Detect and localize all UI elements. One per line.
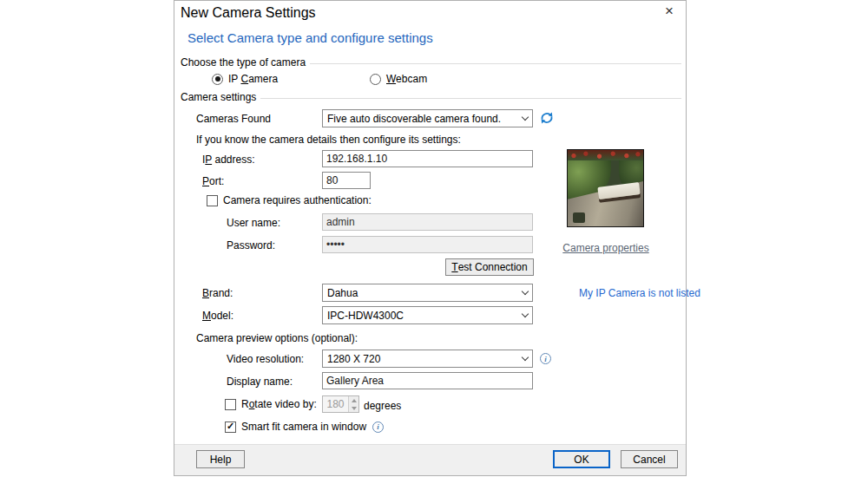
camera-type-group-label: Choose the type of camera [181, 56, 310, 69]
footer-bar: Help OK Cancel [174, 444, 686, 475]
auth-checkbox[interactable]: Camera requires authentication: [207, 194, 372, 206]
help-button[interactable]: Help [196, 450, 245, 468]
close-icon[interactable]: × [660, 3, 679, 20]
model-label: Model: [202, 310, 233, 322]
chevron-down-icon [517, 307, 532, 323]
radio-ip-camera[interactable]: IP Camera [212, 73, 278, 85]
smart-fit-checkbox-label: Smart fit camera in window [241, 421, 366, 433]
new-camera-settings-dialog: New Camera Settings × Select Camera type… [174, 0, 687, 476]
radio-webcam[interactable]: Webcam [370, 73, 427, 85]
ip-address-field[interactable] [322, 150, 533, 167]
camera-settings-group-header: Camera settings [181, 91, 681, 103]
preview-pot [573, 212, 585, 223]
port-field[interactable] [322, 172, 371, 189]
rotate-checkbox-label: Rotate video by: [241, 398, 317, 410]
configure-hint-text: If you know the camera details then conf… [196, 134, 461, 146]
auth-checkbox-label: Camera requires authentication: [223, 194, 372, 206]
rotate-checkbox[interactable]: Rotate video by: [225, 398, 317, 410]
ip-camera-not-listed-link[interactable]: My IP Camera is not listed [579, 287, 700, 299]
model-value: IPC-HDW4300C [323, 307, 517, 323]
ok-button[interactable]: OK [553, 450, 610, 468]
model-dropdown[interactable]: IPC-HDW4300C [322, 306, 533, 324]
video-resolution-dropdown[interactable]: 1280 X 720 [322, 350, 533, 368]
group-divider [310, 63, 681, 64]
cancel-button[interactable]: Cancel [621, 450, 678, 468]
smart-fit-info-icon[interactable] [372, 421, 384, 433]
radio-selected-icon [212, 74, 223, 85]
radio-webcam-label: Webcam [386, 73, 427, 85]
stepper-up-icon[interactable] [349, 396, 358, 404]
password-label: Password: [227, 239, 275, 252]
ip-address-label: IP address: [202, 154, 255, 166]
checkbox-unchecked-icon [207, 195, 218, 206]
camera-preview-image [567, 149, 644, 227]
port-label: Port: [202, 175, 224, 187]
preview-options-label: Camera preview options (optional): [196, 332, 358, 344]
rotate-degrees-stepper[interactable] [322, 395, 359, 413]
display-name-label: Display name: [227, 376, 293, 388]
password-field[interactable] [322, 236, 533, 253]
degrees-label: degrees [364, 400, 401, 412]
checkbox-unchecked-icon [225, 399, 236, 410]
cameras-found-label: Cameras Found [196, 113, 271, 125]
username-label: User name: [227, 217, 280, 229]
chevron-down-icon [517, 284, 532, 301]
refresh-icon [540, 111, 554, 125]
rotate-degrees-value[interactable] [323, 396, 348, 412]
radio-ip-camera-label: IP Camera [228, 73, 278, 85]
video-resolution-label: Video resolution: [227, 353, 304, 365]
cameras-found-dropdown[interactable]: Five auto discoverable camera found. [322, 109, 533, 127]
checkbox-checked-icon [225, 421, 236, 433]
dialog-heading: Select Camera type and configure setting… [187, 30, 433, 45]
stepper-down-icon[interactable] [349, 404, 358, 412]
radio-unselected-icon [370, 74, 381, 85]
camera-properties-link[interactable]: Camera properties [562, 242, 650, 254]
brand-dropdown[interactable]: Dahua [322, 284, 533, 302]
screen: New Camera Settings × Select Camera type… [0, 0, 868, 477]
username-field[interactable] [322, 213, 533, 231]
group-divider [260, 98, 681, 99]
brand-value: Dahua [323, 284, 517, 301]
display-name-field[interactable] [322, 372, 533, 389]
brand-label: Brand: [202, 287, 233, 299]
camera-type-group-header: Choose the type of camera [181, 56, 681, 69]
chevron-down-icon [517, 110, 532, 127]
camera-settings-group-label: Camera settings [181, 91, 260, 103]
preview-flowers [568, 150, 643, 160]
cameras-found-value: Five auto discoverable camera found. [323, 110, 517, 127]
smart-fit-checkbox[interactable]: Smart fit camera in window [225, 421, 384, 433]
resolution-info-icon[interactable] [540, 353, 551, 364]
stepper-arrows [348, 396, 358, 412]
refresh-button[interactable] [539, 110, 555, 126]
window-title: New Camera Settings [181, 5, 316, 21]
video-resolution-value: 1280 X 720 [323, 350, 517, 367]
test-connection-button[interactable]: Test Connection [445, 258, 534, 276]
chevron-down-icon [517, 350, 532, 367]
